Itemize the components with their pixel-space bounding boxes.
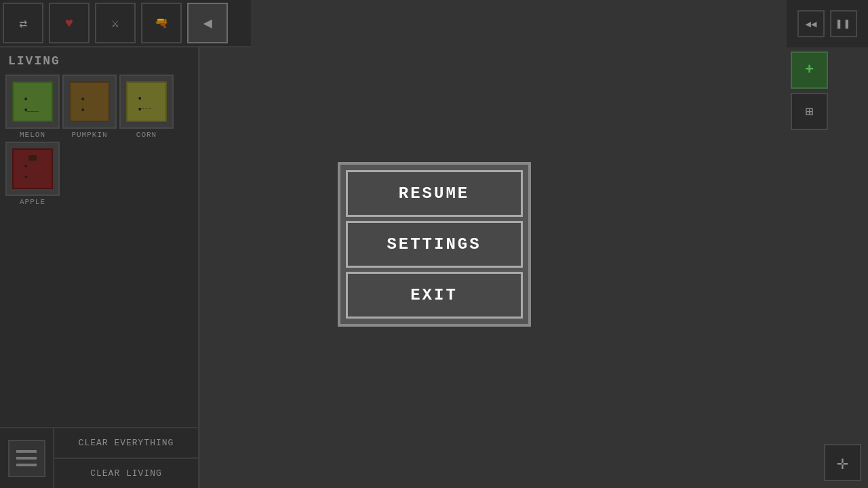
settings-button[interactable]: SETTINGS (346, 221, 523, 268)
pause-menu: RESUME SETTINGS EXIT (338, 162, 531, 327)
exit-button[interactable]: EXIT (346, 272, 523, 319)
resume-button[interactable]: RESUME (346, 170, 523, 217)
overlay: RESUME SETTINGS EXIT (0, 0, 868, 488)
